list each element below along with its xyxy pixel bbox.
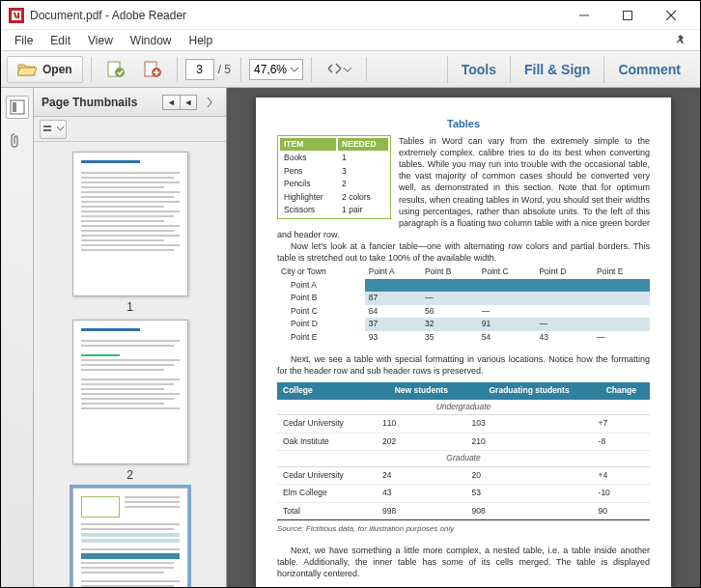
paragraph: Next, we have something a little more co… <box>277 545 650 579</box>
navigation-rail <box>1 88 34 587</box>
float-table: ITEMNEEDED Books1 Pens3 Pencils2 Highlig… <box>277 135 391 219</box>
thumbnails-panel: Page Thumbnails ◄ ◄ 1 2 3 <box>34 88 227 587</box>
separator <box>177 57 178 82</box>
college-table: CollegeNew studentsGraduating studentsCh… <box>277 382 650 520</box>
separator <box>311 57 312 82</box>
chevron-down-icon <box>291 66 298 73</box>
svg-rect-10 <box>13 102 16 112</box>
thumbnail-page-2[interactable]: 2 <box>72 320 188 482</box>
close-button[interactable] <box>649 2 692 29</box>
paragraph: Next, we see a table with special format… <box>277 353 650 377</box>
export-pdf-button[interactable] <box>136 56 169 83</box>
maximize-button[interactable] <box>605 2 649 29</box>
thumbnails-tab-icon[interactable] <box>6 96 29 119</box>
menu-file[interactable]: File <box>7 32 41 49</box>
panel-close-icon[interactable] <box>203 95 218 110</box>
thumbnail-page-3[interactable]: 3 <box>72 488 188 587</box>
svg-rect-11 <box>43 126 51 127</box>
menu-window[interactable]: Window <box>123 32 180 49</box>
chevron-down-icon <box>344 66 351 73</box>
page-number-input[interactable] <box>185 59 214 80</box>
wide-table: City or TownPoint APoint BPoint CPoint D… <box>277 266 650 344</box>
pin-icon[interactable] <box>669 32 694 49</box>
fit-page-button[interactable] <box>320 56 358 83</box>
separator <box>366 57 367 82</box>
minimize-button[interactable] <box>562 2 605 29</box>
open-label: Open <box>42 63 72 76</box>
separator <box>91 57 92 82</box>
separator <box>240 57 241 82</box>
fill-sign-link[interactable]: Fill & Sign <box>510 56 603 83</box>
comment-link[interactable]: Comment <box>603 56 694 83</box>
svg-rect-2 <box>623 11 631 19</box>
folder-open-icon <box>17 62 37 77</box>
toolbar: Open / 5 47,6% Tools Fill & Sign Comment <box>1 51 700 88</box>
thumbnails-toolbar <box>34 117 226 142</box>
svg-point-6 <box>115 68 125 77</box>
zoom-value: 47,6% <box>254 63 287 76</box>
attachments-tab-icon[interactable] <box>6 128 29 152</box>
source-note: Source: Fictitious data, for illustratio… <box>277 524 650 535</box>
thumbnail-label: 2 <box>72 468 188 482</box>
menu-bar: File Edit View Window Help <box>1 30 700 51</box>
tools-link[interactable]: Tools <box>447 56 510 83</box>
title-bar: Document.pdf - Adobe Reader <box>1 1 700 30</box>
menu-view[interactable]: View <box>80 32 121 49</box>
open-button[interactable]: Open <box>7 56 83 83</box>
thumbnails-list[interactable]: 1 2 3 <box>34 142 226 587</box>
page-count: / 5 <box>218 63 231 76</box>
thumb-prev-button[interactable]: ◄ <box>162 95 180 110</box>
app-icon <box>9 8 24 23</box>
paragraph: Now let's look at a fancier table—one wi… <box>277 240 650 264</box>
zoom-select[interactable]: 47,6% <box>249 59 303 80</box>
create-pdf-button[interactable] <box>99 56 132 83</box>
document-view[interactable]: Tables ITEMNEEDED Books1 Pens3 Pencils2 … <box>227 88 700 587</box>
menu-help[interactable]: Help <box>182 32 221 49</box>
thumb-next-button[interactable]: ◄ <box>180 95 197 110</box>
main-area: Page Thumbnails ◄ ◄ 1 2 3 <box>1 88 700 587</box>
thumbnails-header: Page Thumbnails ◄ ◄ <box>34 88 226 117</box>
thumbnails-options-button[interactable] <box>40 120 67 139</box>
window-title: Document.pdf - Adobe Reader <box>30 9 186 22</box>
menu-edit[interactable]: Edit <box>42 32 78 49</box>
thumbnail-page-1[interactable]: 1 <box>72 152 188 314</box>
thumbnails-title: Page Thumbnails <box>42 96 137 109</box>
page-content: Tables ITEMNEEDED Books1 Pens3 Pencils2 … <box>256 98 671 587</box>
svg-rect-12 <box>43 129 51 131</box>
page-heading: Tables <box>277 117 650 131</box>
thumbnail-label: 1 <box>72 300 188 314</box>
